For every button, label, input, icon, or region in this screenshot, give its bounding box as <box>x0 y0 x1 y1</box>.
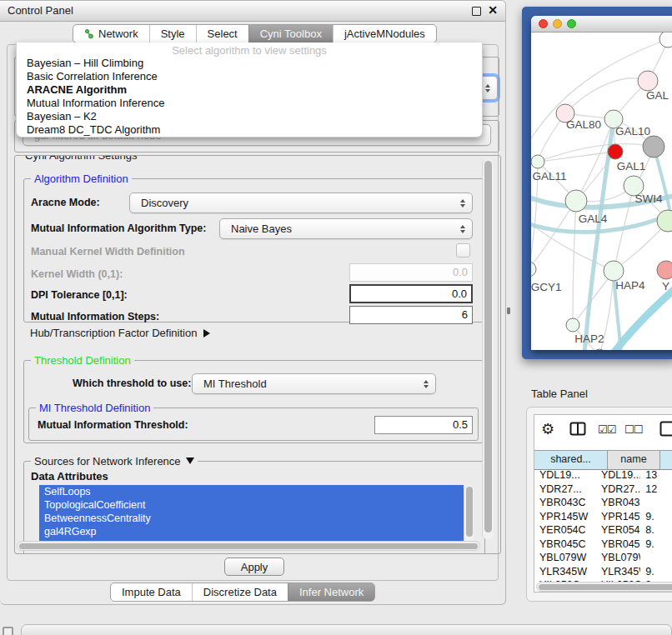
close-icon[interactable]: ✕ <box>488 3 498 17</box>
kernel-width-label: Kernel Width (0,1): <box>31 268 123 280</box>
zoom-traffic-icon[interactable] <box>567 19 576 28</box>
network-node[interactable] <box>565 190 587 212</box>
float-icon[interactable] <box>472 7 481 16</box>
table-panel-inner: ⚙ ☑☑ ☐☐ shared...nameA YDL19...YDL19...1… <box>534 414 672 592</box>
group-title: Cyni Algorithm Settings <box>22 155 140 162</box>
sources-title: Sources for Network Inference <box>34 455 181 468</box>
attribute-item[interactable]: TopologicalCoefficient <box>39 498 464 512</box>
network-view-frame: GALGAL80GAL10GAL1GAL11SWI4GAL4GCY1HAP4YH… <box>522 7 672 359</box>
column-header[interactable]: name <box>608 451 660 469</box>
network-node[interactable] <box>604 261 624 281</box>
network-node[interactable] <box>657 261 672 279</box>
kernel-width-field[interactable]: 0.0 <box>349 263 473 282</box>
panel-splitter-handle[interactable] <box>507 308 510 314</box>
network-node[interactable] <box>638 71 658 91</box>
table-row[interactable]: YDR27...YDR27...12 <box>534 483 672 498</box>
tab-discretize-data[interactable]: Discretize Data <box>192 583 288 601</box>
columns-icon[interactable] <box>569 422 586 439</box>
tab-impute-data[interactable]: Impute Data <box>111 583 192 601</box>
table-header: shared...nameA <box>534 450 672 470</box>
settings-horizontal-scrollbar[interactable] <box>17 541 480 551</box>
manual-kernel-checkbox[interactable] <box>456 243 470 258</box>
minimize-traffic-icon[interactable] <box>553 19 562 28</box>
minimized-panel-icon[interactable] <box>3 627 13 635</box>
table-row[interactable]: YBR045CYBR045C9. <box>534 538 672 552</box>
tab-select[interactable]: Select <box>196 25 248 42</box>
close-traffic-icon[interactable] <box>539 19 548 28</box>
network-canvas[interactable]: GALGAL80GAL10GAL1GAL11SWI4GAL4GCY1HAP4YH… <box>531 32 672 350</box>
scrollbar-thumb[interactable] <box>484 161 492 532</box>
mi-steps-field[interactable]: 6 <box>349 306 473 324</box>
algorithm-definition-group: Algorithm Definition Aracne Mode: Discov… <box>23 178 485 322</box>
node-label: GAL80 <box>566 118 601 131</box>
table-row[interactable]: YER054CYER054C8. <box>534 524 672 538</box>
tab-jactivemnodules[interactable]: jActiveMNodules <box>333 25 436 42</box>
attribute-item[interactable]: SelfLoops <box>39 485 464 498</box>
screenshot-root: Control Panel ✕ NetworkStyleSelectCyni T… <box>0 0 672 635</box>
algorithm-option[interactable]: ARACNE Algorithm <box>27 83 127 97</box>
tab-label: Discretize Data <box>203 586 277 598</box>
network-window: GALGAL80GAL10GAL1GAL11SWI4GAL4GCY1HAP4YH… <box>531 16 672 350</box>
column-header[interactable]: A <box>660 451 672 469</box>
table-row[interactable]: YDL19...YDL19...13 <box>534 469 672 483</box>
mi-type-combobox[interactable]: Naive Bayes <box>219 218 473 239</box>
network-node[interactable] <box>659 32 672 48</box>
network-node[interactable] <box>531 155 544 168</box>
select-all-icon[interactable]: ☑☑ <box>598 423 615 436</box>
algorithm-option[interactable]: Mutual Information Inference <box>27 97 164 110</box>
algorithm-option[interactable]: Dream8 DC_TDC Algorithm <box>27 123 160 137</box>
algorithm-option[interactable]: Basic Correlation Inference <box>27 70 158 83</box>
expand-down-icon <box>186 458 194 464</box>
apply-button[interactable]: Apply <box>224 558 284 576</box>
scrollbar-thumb[interactable] <box>466 487 473 537</box>
network-node[interactable] <box>608 144 623 159</box>
hub-definition-expander[interactable]: Hub/Transcription Factor Definition <box>30 327 210 339</box>
table-cell: YDR27... <box>596 483 640 498</box>
attribute-item[interactable]: BetweennessCentrality <box>39 512 464 525</box>
deselect-all-icon[interactable]: ☐☐ <box>624 423 642 436</box>
tab-style[interactable]: Style <box>149 25 196 42</box>
table-cell: YLR345W <box>596 566 640 580</box>
tab-network[interactable]: Network <box>73 25 149 42</box>
aracne-mode-combobox[interactable]: Discovery <box>129 192 473 213</box>
settings-vertical-scrollbar[interactable] <box>482 159 494 539</box>
table-cell: YDR27... <box>534 483 596 498</box>
attributes-scrollbar[interactable] <box>464 485 474 544</box>
table-row[interactable]: YLR345WYLR345W9. <box>534 566 672 580</box>
which-threshold-combobox[interactable]: MI Threshold <box>192 373 436 394</box>
attribute-item[interactable]: gal4RGexp <box>39 525 464 538</box>
network-node[interactable] <box>657 210 672 232</box>
scrollbar-thumb[interactable] <box>19 543 478 549</box>
network-node[interactable] <box>566 318 579 332</box>
group-title: Threshold Definition <box>31 354 134 367</box>
node-label: SWI4 <box>634 192 662 205</box>
hub-definition-label: Hub/Transcription Factor Definition <box>30 327 197 339</box>
table-row[interactable]: YBR043CYBR043C <box>534 497 672 511</box>
table-body: YDL19...YDL19...13YDR27...YDR27...12YBR0… <box>534 469 672 592</box>
combo-arrows-icon <box>460 225 465 233</box>
table-cell <box>640 497 672 511</box>
column-header[interactable]: shared... <box>534 451 608 469</box>
table-row[interactable]: YBL079WYBL079W <box>534 552 672 566</box>
network-edge <box>538 152 615 162</box>
table-cell: YBL079W <box>534 552 596 566</box>
scrollbar-thumb[interactable] <box>539 584 672 590</box>
algorithm-option[interactable]: Bayesian – Hill Climbing <box>27 57 143 70</box>
gear-icon[interactable]: ⚙ <box>541 420 554 438</box>
table-horizontal-scrollbar[interactable] <box>536 582 672 592</box>
sources-expander[interactable]: Sources for Network Inference <box>31 455 198 468</box>
mi-threshold-label: Mutual Information Threshold: <box>38 419 188 431</box>
tab-cyni-toolbox[interactable]: Cyni Toolbox <box>248 25 333 42</box>
tab-infer-network[interactable]: Infer Network <box>288 583 374 601</box>
algorithm-prompt: Select algorithm to view settings <box>17 44 482 57</box>
data-attributes-list[interactable]: SelfLoopsTopologicalCoefficientBetweenne… <box>39 485 464 544</box>
table-icon[interactable] <box>659 421 672 440</box>
table-row[interactable]: YPR145WYPR145W9. <box>534 511 672 525</box>
dpi-tolerance-field[interactable]: 0.0 <box>349 284 473 303</box>
table-cell: YER054C <box>534 524 596 538</box>
algorithm-option[interactable]: Bayesian – K2 <box>27 110 97 123</box>
mi-threshold-field[interactable]: 0.5 <box>374 416 473 434</box>
table-cell: YBR043C <box>534 497 596 511</box>
network-node[interactable] <box>643 136 664 158</box>
network-node[interactable] <box>531 262 536 277</box>
